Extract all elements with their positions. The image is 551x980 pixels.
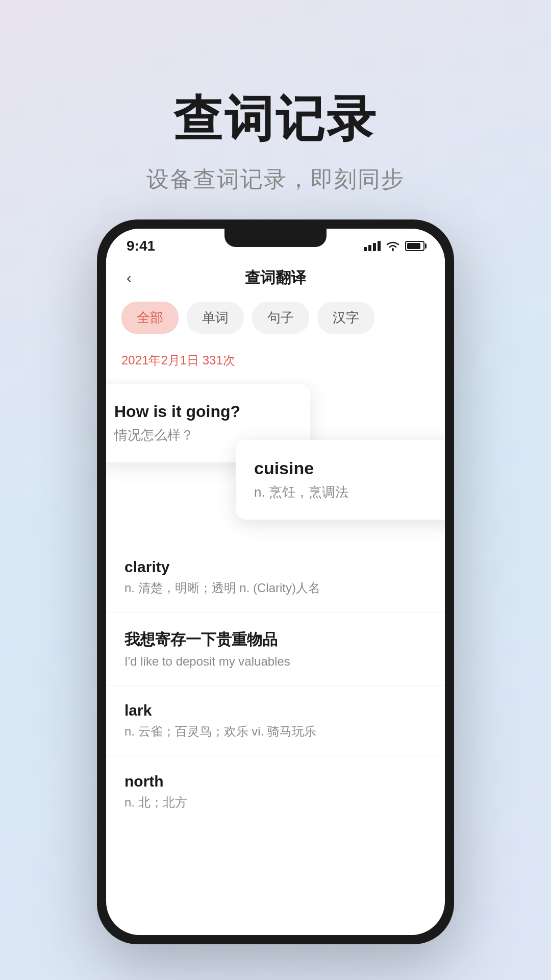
list-item[interactable]: north n. 北；北方: [106, 756, 445, 827]
list-item[interactable]: sea n. 海；海洋；许多；大量: [106, 827, 445, 838]
floating-card-word-en: cuisine: [254, 458, 442, 478]
word-en: clarity: [124, 558, 427, 576]
word-zh: n. 北；北方: [124, 794, 427, 811]
nav-title: 查词翻译: [245, 267, 306, 288]
list-item[interactable]: clarity n. 清楚，明晰；透明 n. (Clarity)人名: [106, 542, 445, 613]
page-header: 查词记录 设备查词记录，即刻同步: [0, 0, 551, 194]
battery-icon: [405, 241, 424, 251]
date-text: 2021年2月1日 331次: [121, 353, 235, 367]
list-item[interactable]: 我想寄存一下贵重物品 I'd like to deposit my valuab…: [106, 613, 445, 685]
svg-point-0: [392, 249, 394, 251]
word-en: 我想寄存一下贵重物品: [124, 629, 427, 650]
content-area: How is it going? 情况怎么样？ cuisine n. 烹饪，烹调…: [106, 379, 445, 838]
page-title: 查词记录: [0, 92, 551, 146]
phone-screen: 9:41: [106, 229, 445, 935]
date-header: 2021年2月1日 331次: [106, 344, 445, 379]
word-en: lark: [124, 702, 427, 719]
phone-notch: [224, 229, 327, 247]
tab-word[interactable]: 单词: [187, 302, 244, 334]
word-en: north: [124, 773, 427, 790]
word-list: clarity n. 清楚，明晰；透明 n. (Clarity)人名 我想寄存一…: [106, 542, 445, 838]
wifi-icon: [386, 240, 400, 252]
phone-mockup: 9:41: [97, 219, 454, 944]
word-zh: n. 清楚，明晰；透明 n. (Clarity)人名: [124, 580, 427, 596]
status-time: 9:41: [127, 238, 155, 254]
list-item[interactable]: lark n. 云雀；百灵鸟；欢乐 vi. 骑马玩乐: [106, 685, 445, 756]
word-zh: I'd like to deposit my valuables: [124, 654, 427, 669]
floating-card-en: How is it going?: [114, 402, 292, 421]
floating-card-word-zh: n. 烹饪，烹调法: [254, 483, 442, 501]
word-zh: n. 云雀；百灵鸟；欢乐 vi. 骑马玩乐: [124, 723, 427, 740]
page-subtitle: 设备查词记录，即刻同步: [0, 164, 551, 194]
tab-hanzi[interactable]: 汉字: [317, 302, 374, 334]
phone-mockup-wrapper: 9:41: [97, 219, 454, 944]
floating-card-word: cuisine n. 烹饪，烹调法: [236, 440, 445, 520]
tab-all[interactable]: 全部: [121, 302, 179, 334]
signal-icon: [364, 241, 381, 251]
nav-bar: ‹ 查词翻译: [106, 259, 445, 297]
filter-tabs: 全部 单词 句子 汉字: [106, 297, 445, 344]
tab-sentence[interactable]: 句子: [252, 302, 309, 334]
status-icons: [364, 240, 424, 252]
nav-back-button[interactable]: ‹: [127, 270, 131, 286]
